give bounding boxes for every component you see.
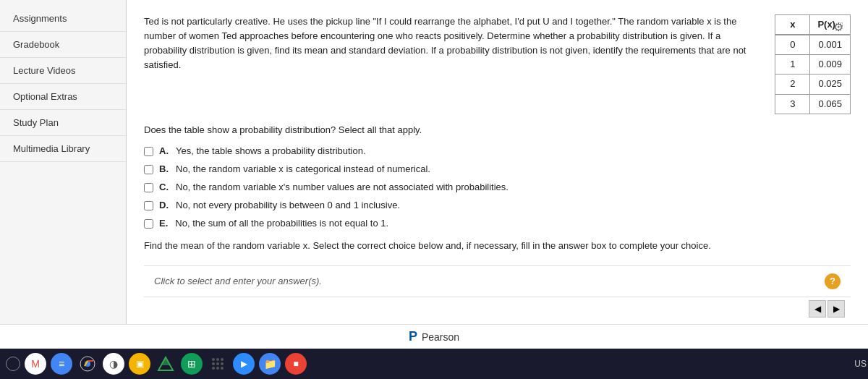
gear-button[interactable]: ⚙ — [833, 20, 843, 34]
pearson-brand-name: Pearson — [422, 331, 459, 343]
slides-icon: ▣ — [136, 359, 144, 369]
taskbar-gmail[interactable]: M — [25, 353, 46, 375]
sidebar-item-assignments[interactable]: Assignments — [0, 6, 126, 32]
checkbox-e[interactable] — [144, 219, 153, 229]
drive-icon — [157, 356, 174, 372]
table-row: 2 0.025 — [775, 74, 851, 94]
checkbox-a[interactable] — [144, 147, 153, 156]
taskbar-photos[interactable]: ◑ — [103, 353, 124, 375]
prev-button[interactable]: ◀ — [809, 300, 826, 318]
svg-point-10 — [212, 367, 215, 370]
choice-c-text: No, the random variable x's number value… — [176, 182, 509, 192]
table-header-x: x — [775, 15, 810, 35]
table-cell-px2: 0.025 — [810, 74, 851, 94]
choice-e-text: No, the sum of all the probabilities is … — [175, 218, 388, 229]
help-button[interactable]: ? — [825, 273, 841, 289]
choice-a: A. Yes, the table shows a probability di… — [144, 145, 851, 156]
next-button[interactable]: ▶ — [827, 300, 845, 318]
taskbar-docs[interactable]: ≡ — [51, 353, 72, 375]
checkbox-b[interactable] — [144, 165, 153, 174]
taskbar-us-label: US — [854, 359, 867, 369]
prev-icon: ◀ — [814, 304, 821, 314]
chrome-icon — [79, 355, 96, 372]
taskbar-drive[interactable] — [155, 353, 176, 375]
table-cell-px0: 0.001 — [810, 35, 851, 55]
taskbar-dots[interactable] — [207, 353, 229, 375]
choice-e-letter: E. — [159, 218, 168, 229]
taskbar-circle — [6, 357, 20, 371]
next-icon: ▶ — [833, 304, 840, 314]
taskbar: M ≡ ◑ ▣ ⊞ — [0, 349, 868, 379]
nav-arrows: ◀ ▶ — [144, 297, 851, 320]
answer-choices-list: A. Yes, the table shows a probability di… — [144, 145, 851, 229]
svg-point-9 — [221, 362, 224, 365]
files-icon: 📁 — [264, 358, 276, 370]
dots-icon — [210, 356, 226, 372]
pearson-logo-p: P — [409, 329, 417, 344]
svg-point-11 — [216, 367, 219, 370]
click-to-select-label: Click to select and enter your answer(s)… — [154, 276, 322, 286]
content-area: ⚙ Ted is not particularly creative. He u… — [127, 0, 868, 324]
svg-point-7 — [212, 362, 215, 365]
choice-d-text: No, not every probability is between 0 a… — [176, 200, 400, 210]
pearson-footer: P Pearson — [0, 324, 868, 349]
sidebar-item-multimedia-library[interactable]: Multimedia Library — [0, 136, 126, 162]
taskbar-zoom[interactable]: ▶ — [233, 353, 255, 375]
question-text: Does the table show a probability distri… — [144, 124, 851, 135]
choice-a-letter: A. — [159, 145, 169, 156]
sidebar-item-gradebook[interactable]: Gradebook — [0, 32, 126, 58]
table-row: 1 0.009 — [775, 55, 851, 74]
choice-b-letter: B. — [159, 163, 169, 174]
problem-paragraph: Ted is not particularly creative. He use… — [144, 14, 760, 73]
docs-icon: ≡ — [59, 358, 64, 370]
choice-e: E. No, the sum of all the probabilities … — [144, 218, 851, 229]
problem-section: Ted is not particularly creative. He use… — [144, 14, 851, 114]
sidebar: Assignments Gradebook Lecture Videos Opt… — [0, 0, 127, 324]
choice-c-letter: C. — [159, 182, 169, 192]
choice-c: C. No, the random variable x's number va… — [144, 182, 851, 192]
red-icon: ■ — [293, 359, 298, 369]
zoom-icon: ▶ — [241, 359, 247, 369]
table-cell-px3: 0.065 — [810, 94, 851, 114]
choice-b: B. No, the random variable x is categori… — [144, 163, 851, 174]
svg-point-8 — [216, 362, 219, 365]
choice-d-letter: D. — [159, 200, 169, 210]
table-header-px: P(x) □ — [810, 15, 851, 35]
svg-point-6 — [221, 358, 224, 361]
taskbar-red[interactable]: ■ — [285, 353, 307, 375]
table-row: 0 0.001 — [775, 35, 851, 55]
svg-point-5 — [216, 358, 219, 361]
choice-d: D. No, not every probability is between … — [144, 200, 851, 210]
help-icon: ? — [830, 276, 835, 286]
taskbar-sheets[interactable]: ⊞ — [181, 353, 203, 375]
sidebar-item-optional-extras[interactable]: Optional Extras — [0, 84, 126, 110]
checkbox-c[interactable] — [144, 183, 153, 192]
bottom-bar: Click to select and enter your answer(s)… — [144, 265, 851, 297]
choice-b-text: No, the random variable x is categorical… — [176, 163, 430, 174]
svg-point-12 — [221, 367, 224, 370]
photos-icon: ◑ — [109, 358, 118, 370]
choice-a-text: Yes, the table shows a probability distr… — [176, 145, 366, 156]
sheets-icon: ⊞ — [187, 358, 196, 370]
sidebar-item-lecture-videos[interactable]: Lecture Videos — [0, 58, 126, 84]
svg-point-4 — [212, 358, 215, 361]
taskbar-chrome[interactable] — [77, 353, 98, 375]
taskbar-files[interactable]: 📁 — [259, 353, 281, 375]
table-row: 3 0.065 — [775, 94, 851, 114]
sidebar-item-study-plan[interactable]: Study Plan — [0, 110, 126, 136]
table-cell-px1: 0.009 — [810, 55, 851, 74]
taskbar-slides[interactable]: ▣ — [129, 353, 150, 375]
checkbox-d[interactable] — [144, 201, 153, 210]
gear-icon: ⚙ — [833, 21, 843, 33]
mean-question-text: Find the mean of the random variable x. … — [144, 240, 851, 251]
table-cell-x1: 1 — [775, 55, 810, 74]
table-cell-x2: 2 — [775, 74, 810, 94]
table-cell-x3: 3 — [775, 94, 810, 114]
gmail-icon: M — [31, 358, 40, 370]
svg-marker-3 — [161, 357, 170, 365]
table-cell-x0: 0 — [775, 35, 810, 55]
